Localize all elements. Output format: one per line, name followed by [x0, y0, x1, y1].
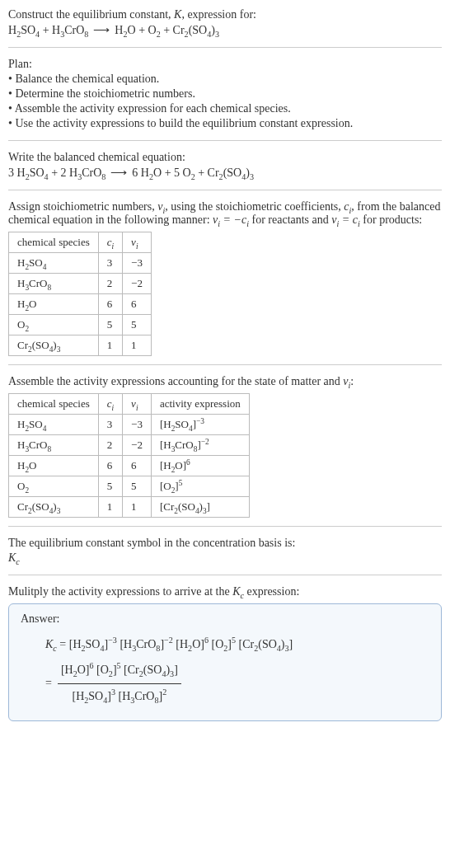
activity-o2: [O2]5: [151, 476, 249, 497]
table-row: O2 5 5 [O2]5: [9, 476, 250, 497]
species-cr2so43: Cr2(SO4)3: [9, 497, 99, 518]
plan-heading: Plan:: [8, 58, 442, 71]
t1-r3c3: 6: [123, 294, 152, 315]
t2-r2c2: 2: [98, 435, 122, 456]
answer-label: Answer:: [21, 612, 429, 626]
activity-h2o: [H2O]6: [151, 456, 249, 476]
assign-p4: for reactants and: [249, 213, 331, 226]
activity-cr2so43: [Cr2(SO4)3]: [151, 497, 249, 518]
t2-h4: activity expression: [151, 394, 249, 415]
section-intro: Construct the equilibrium constant, K, e…: [8, 8, 442, 47]
t2-r5c2: 1: [98, 497, 122, 518]
t2-r2c3: −2: [123, 435, 152, 456]
nu-eq-c: νi = ci: [331, 213, 360, 226]
c-i-1: ci: [344, 200, 351, 213]
table-row: H2O 6 6 [H2O]6: [9, 456, 250, 476]
species-h2so4: H2SO4: [9, 253, 99, 274]
t2-r4c3: 5: [123, 476, 152, 497]
activity-h2so4: [H2SO4]−3: [151, 415, 249, 435]
t1-r2c3: −2: [123, 274, 152, 294]
multiply-p2: expression:: [244, 585, 299, 598]
table-row: H2SO4 3 −3 [H2SO4]−3: [9, 415, 250, 435]
t1-h3: νi: [123, 232, 152, 253]
plan-bullet-4: • Use the activity expressions to build …: [8, 117, 442, 130]
t1-r2c2: 2: [98, 274, 122, 294]
t2-r1c2: 3: [98, 415, 122, 435]
t1-r4c3: 5: [123, 315, 152, 335]
section-balanced: Write the balanced chemical equation: 3 …: [8, 140, 442, 190]
activity-h3cro8: [H3CrO8]−2: [151, 435, 249, 456]
k-symbol: K: [174, 8, 181, 21]
answer-numerator: [H2O]6 [O2]5 [Cr2(SO4)3]: [58, 658, 181, 684]
t2-r5c3: 1: [123, 497, 152, 518]
table-row: H3CrO8 2 −2 [H3CrO8]−2: [9, 435, 250, 456]
balanced-equation: 3 H2SO4 + 2 H3CrO8⟶6 H2O + 5 O2 + Cr2(SO…: [8, 166, 442, 180]
multiply-p1: Mulitply the activity expressions to arr…: [8, 585, 232, 598]
t1-r1c3: −3: [123, 253, 152, 274]
intro-line1: Construct the equilibrium constant, K, e…: [8, 8, 442, 21]
t2-h2: ci: [98, 394, 122, 415]
t1-r5c2: 1: [98, 335, 122, 356]
species-h2o: H2O: [9, 456, 99, 476]
nu-i-1: νi: [157, 200, 165, 213]
answer-box: Answer: Kc = [H2SO4]−3 [H3CrO8]−2 [H2O]6…: [8, 603, 442, 721]
multiply-text: Mulitply the activity expressions to arr…: [8, 585, 442, 598]
answer-denominator: [H2SO4]3 [H3CrO8]2: [58, 684, 181, 710]
t1-h1: chemical species: [9, 232, 99, 253]
section-assign: Assign stoichiometric numbers, νi, using…: [8, 190, 442, 364]
unbalanced-equation: H2SO4 + H3CrO8⟶H2O + O2 + Cr2(SO4)3: [8, 23, 442, 37]
t1-r3c2: 6: [98, 294, 122, 315]
table-row: Cr2(SO4)3 1 1: [9, 335, 152, 356]
assign-p5: for products:: [360, 213, 422, 226]
t1-r1c2: 3: [98, 253, 122, 274]
table-row: H2SO4 3 −3: [9, 253, 152, 274]
plan-bullet-3: • Assemble the activity expression for e…: [8, 102, 442, 115]
t2-r3c3: 6: [123, 456, 152, 476]
species-h2o: H2O: [9, 294, 99, 315]
t2-r1c3: −3: [123, 415, 152, 435]
kc-symbol: Kc: [8, 551, 442, 565]
kc-symbol-inline: Kc: [232, 585, 244, 598]
species-cr2so43: Cr2(SO4)3: [9, 335, 99, 356]
assign-p2: , using the stoichiometric coefficients,: [165, 200, 344, 213]
assign-text: Assign stoichiometric numbers, νi, using…: [8, 200, 442, 227]
answer-equation: Kc = [H2SO4]−3 [H3CrO8]−2 [H2O]6 [O2]5 […: [21, 632, 429, 709]
assign-p1: Assign stoichiometric numbers,: [8, 200, 157, 213]
table-row: H3CrO8 2 −2: [9, 274, 152, 294]
species-h2so4: H2SO4: [9, 415, 99, 435]
plan-bullet-1: • Balance the chemical equation.: [8, 73, 442, 86]
nu-i-2: νi: [343, 375, 350, 387]
species-h3cro8: H3CrO8: [9, 435, 99, 456]
t1-h2: ci: [98, 232, 122, 253]
assemble-a: Assemble the activity expressions accoun…: [8, 375, 343, 387]
assemble-b: :: [350, 375, 354, 387]
species-h3cro8: H3CrO8: [9, 274, 99, 294]
intro-text-a: Construct the equilibrium constant,: [8, 8, 174, 21]
species-o2: O2: [9, 315, 99, 335]
t1-r5c3: 1: [123, 335, 152, 356]
nu-eq-neg-c: νi = −ci: [213, 213, 249, 226]
intro-text-b: , expression for:: [181, 8, 256, 21]
table-row: H2O 6 6: [9, 294, 152, 315]
table-row: Cr2(SO4)3 1 1 [Cr2(SO4)3]: [9, 497, 250, 518]
section-symbol: The equilibrium constant symbol in the c…: [8, 526, 442, 575]
plan-bullet-2: • Determine the stoichiometric numbers.: [8, 87, 442, 101]
t2-r3c2: 6: [98, 456, 122, 476]
symbol-line: The equilibrium constant symbol in the c…: [8, 537, 442, 550]
table-stoichiometric: chemical species ci νi H2SO4 3 −3 H3CrO8…: [8, 232, 152, 356]
table-activity: chemical species ci νi activity expressi…: [8, 393, 250, 518]
table-row: O2 5 5: [9, 315, 152, 335]
table-row: chemical species ci νi activity expressi…: [9, 394, 250, 415]
t2-h3: νi: [123, 394, 152, 415]
t2-r4c2: 5: [98, 476, 122, 497]
section-plan: Plan: • Balance the chemical equation. •…: [8, 47, 442, 140]
t2-h1: chemical species: [9, 394, 99, 415]
answer-fraction: [H2O]6 [O2]5 [Cr2(SO4)3] [H2SO4]3 [H3CrO…: [58, 658, 181, 710]
table-row: chemical species ci νi: [9, 232, 152, 253]
section-multiply: Mulitply the activity expressions to arr…: [8, 575, 442, 730]
t1-r4c2: 5: [98, 315, 122, 335]
species-o2: O2: [9, 476, 99, 497]
assemble-text: Assemble the activity expressions accoun…: [8, 375, 442, 388]
balanced-heading: Write the balanced chemical equation:: [8, 151, 442, 164]
section-assemble: Assemble the activity expressions accoun…: [8, 364, 442, 526]
